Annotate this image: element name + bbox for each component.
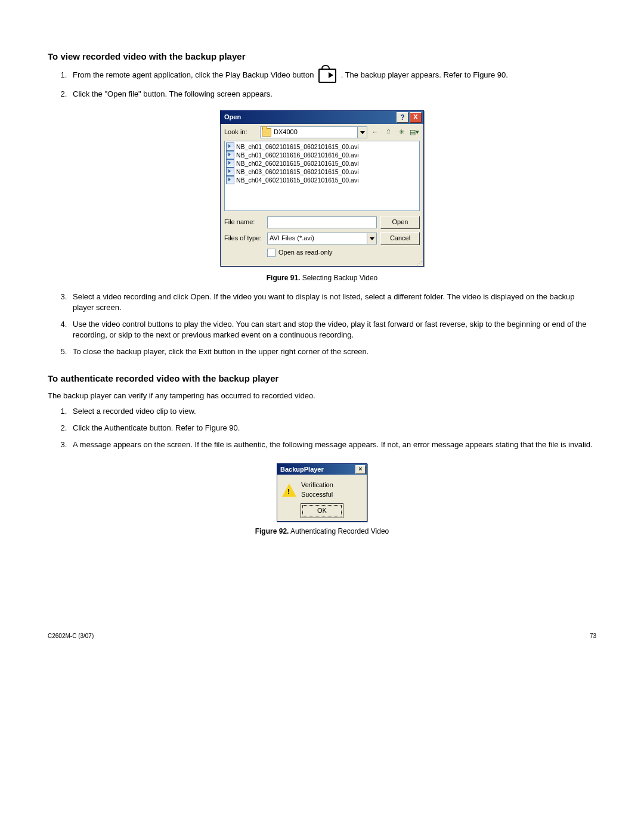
file-name: NB_ch03_0602101615_0602101615_00.avi [236,168,359,176]
avi-file-icon [226,159,234,168]
step-1-pre: From the remote agent application, click… [73,70,314,79]
file-name: NB_ch01_0602101615_0602101615_00.avi [236,143,359,151]
filetype-label: Files of type: [224,234,264,243]
verification-msgbox: BackupPlayer × Verification Successful O… [277,463,367,522]
heading-authenticate: To authenticate recorded video with the … [48,372,596,385]
open-dialog-titlebar: Open ? X [221,111,423,124]
msgbox-body: Verification Successful [301,481,362,499]
heading-view-recorded: To view recorded video with the backup p… [48,50,596,63]
close-icon[interactable]: × [355,465,366,474]
file-name: NB_ch04_0602101615_0602101615_00.avi [236,176,359,185]
footer-pagenum: 73 [590,632,596,640]
file-list[interactable]: NB_ch01_0602101615_0602101615_00.avi NB_… [224,141,420,211]
auth-intro: The backup player can verify if any tamp… [48,391,596,401]
footer-docid: C2602M-C (3/07) [48,632,94,640]
file-item[interactable]: NB_ch02_0602101615_0602101615_00.avi [226,159,418,168]
new-folder-icon[interactable]: ✳ [396,127,407,138]
file-item[interactable]: NB_ch03_0602101615_0602101615_00.avi [226,168,418,176]
step-5: To close the backup player, click the Ex… [69,346,596,357]
ok-button[interactable]: OK [302,505,342,516]
steps-auth: Select a recorded video clip to view. Cl… [48,406,596,451]
filetype-combo[interactable]: AVI Files (*.avi) [267,233,377,244]
avi-file-icon [226,151,234,159]
file-item[interactable]: NB_ch01_0602101615_0602101615_00.avi [226,143,418,151]
avi-file-icon [226,176,234,184]
figure-91: Open ? X Look in: DX4000 ← ⇧ ✳ ▤▾ NB_ch0… [48,110,596,268]
views-icon[interactable]: ▤▾ [409,127,420,138]
file-item[interactable]: NB_ch01_0602101616_0602101616_00.avi [226,151,418,159]
up-one-level-icon[interactable]: ⇧ [383,127,394,138]
step-1-post: . The backup player appears. Refer to Fi… [341,70,508,79]
help-button[interactable]: ? [397,112,408,123]
chevron-down-icon[interactable] [357,127,367,138]
lookin-label: Look in: [224,128,258,137]
play-backup-video-icon [318,69,336,83]
open-dialog: Open ? X Look in: DX4000 ← ⇧ ✳ ▤▾ NB_ch0… [220,110,424,266]
file-name: NB_ch02_0602101615_0602101615_00.avi [236,159,359,168]
step-2: Click the "Open file" button. The follow… [69,89,596,100]
step-4: Use the video control buttons to play th… [69,319,596,340]
cancel-button[interactable]: Cancel [380,232,420,245]
chevron-down-icon[interactable] [367,233,376,244]
lookin-combo[interactable]: DX4000 [260,126,367,138]
figure-91-caption: Figure 91. Selecting Backup Video [48,273,596,283]
back-icon[interactable]: ← [370,127,380,138]
figure-92: BackupPlayer × Verification Successful O… [48,463,596,522]
filename-input[interactable] [267,216,377,228]
resize-grip-icon[interactable]: ⋰ [221,261,423,266]
readonly-checkbox[interactable] [267,249,275,257]
msgbox-titlebar: BackupPlayer × [277,464,367,475]
lookin-row: Look in: DX4000 ← ⇧ ✳ ▤▾ [221,124,423,141]
folder-icon [262,128,271,137]
filetype-value: AVI Files (*.avi) [270,234,314,243]
msgbox-title: BackupPlayer [280,465,324,474]
steps-view-recorded: From the remote agent application, click… [48,69,596,100]
avi-file-icon [226,143,234,151]
step-3: Select a video recording and click Open.… [69,292,596,313]
readonly-label: Open as read-only [278,248,333,257]
steps-view-recorded-cont: Select a video recording and click Open.… [48,292,596,358]
figure-92-caption: Figure 92. Authenticating Recorded Video [48,527,596,537]
file-name: NB_ch01_0602101616_0602101616_00.avi [236,151,359,160]
open-button[interactable]: Open [380,216,420,229]
auth-step-1: Select a recorded video clip to view. [69,406,596,417]
filename-label: File name: [224,218,264,227]
avi-file-icon [226,168,234,176]
file-item[interactable]: NB_ch04_0602101615_0602101615_00.avi [226,176,418,184]
auth-step-3: A message appears on the screen. If the … [69,439,596,450]
close-button[interactable]: X [410,112,422,123]
lookin-value: DX4000 [274,128,298,137]
open-dialog-title: Open [224,113,241,122]
warning-icon [282,484,296,497]
auth-step-2: Click the Authenticate button. Refer to … [69,423,596,433]
page-footer: C2602M-C (3/07) 73 [48,632,596,640]
step-1: From the remote agent application, click… [69,69,596,83]
